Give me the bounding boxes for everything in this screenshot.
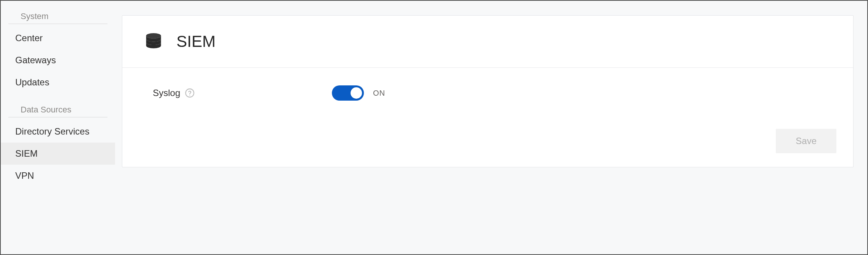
sidebar-item-center[interactable]: Center bbox=[1, 27, 115, 49]
panel-body: Syslog bbox=[122, 68, 853, 167]
sidebar-item-gateways[interactable]: Gateways bbox=[1, 49, 115, 71]
svg-point-1 bbox=[186, 89, 194, 97]
toggle-state-label: ON bbox=[373, 89, 385, 98]
sidebar: System Center Gateways Updates Data Sour… bbox=[1, 1, 115, 254]
setting-label-text: Syslog bbox=[153, 88, 180, 98]
sidebar-item-siem[interactable]: SIEM bbox=[1, 143, 115, 165]
sidebar-group-title: System bbox=[8, 11, 107, 24]
setting-row-syslog: Syslog bbox=[153, 85, 836, 101]
page-title: SIEM bbox=[176, 32, 216, 51]
sidebar-group-title: Data Sources bbox=[8, 105, 107, 117]
panel-header: SIEM bbox=[122, 16, 853, 68]
sidebar-item-vpn[interactable]: VPN bbox=[1, 165, 115, 187]
database-icon bbox=[144, 32, 163, 51]
syslog-toggle[interactable] bbox=[332, 85, 364, 101]
toggle-knob bbox=[351, 87, 362, 99]
settings-panel: SIEM Syslog bbox=[122, 15, 854, 167]
sidebar-item-directory-services[interactable]: Directory Services bbox=[1, 120, 115, 143]
layout: System Center Gateways Updates Data Sour… bbox=[1, 1, 867, 254]
svg-point-2 bbox=[189, 95, 190, 96]
help-icon[interactable] bbox=[185, 88, 195, 98]
app-frame: System Center Gateways Updates Data Sour… bbox=[0, 0, 868, 255]
sidebar-item-updates[interactable]: Updates bbox=[1, 71, 115, 93]
sidebar-group-system: System Center Gateways Updates bbox=[1, 11, 115, 93]
main-content: SIEM Syslog bbox=[115, 1, 867, 254]
sidebar-group-data-sources: Data Sources Directory Services SIEM VPN bbox=[1, 105, 115, 187]
save-button[interactable]: Save bbox=[776, 129, 836, 153]
setting-label: Syslog bbox=[153, 88, 332, 98]
toggle-wrap: ON bbox=[332, 85, 385, 101]
actions-row: Save bbox=[153, 110, 836, 153]
